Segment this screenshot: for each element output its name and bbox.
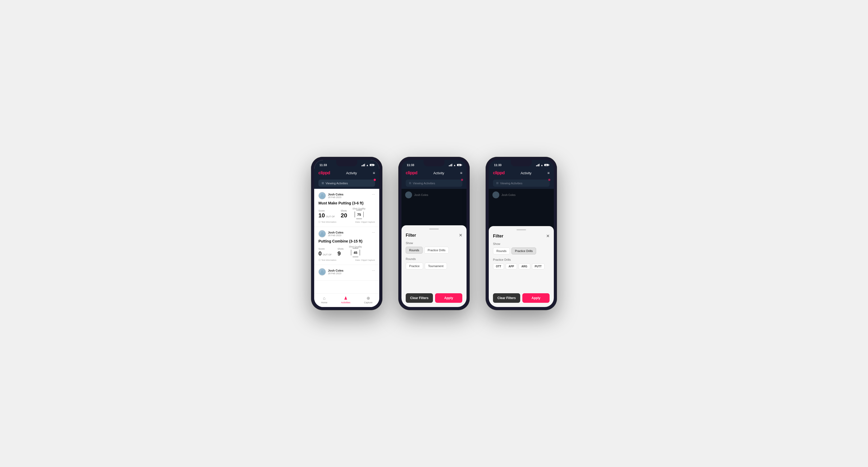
- more-dots-3[interactable]: ···: [372, 268, 375, 272]
- clear-filters-btn-3[interactable]: Clear Filters: [493, 293, 520, 303]
- home-label: Home: [321, 301, 328, 304]
- activity-content-1: Josh Coles 28 Feb 2023 ··· Must Make Put…: [314, 189, 379, 293]
- battery-icon-3: 31: [544, 164, 549, 166]
- activity-item-3: Josh Coles 28 Feb 2023 ···: [314, 265, 379, 281]
- time-2: 11:33: [407, 163, 414, 166]
- activity-title-2: Putting Combine (3-15 ft): [318, 239, 375, 243]
- apply-btn-3[interactable]: Apply: [522, 293, 550, 303]
- arg-btn-3[interactable]: ARG: [519, 263, 530, 270]
- practice-drills-btn-3[interactable]: Practice Drills: [512, 248, 536, 254]
- filter-sheet-2: Filter ✕ Show Rounds Practice Drills Rou…: [401, 225, 467, 307]
- user-date-1: 28 Feb 2023: [328, 196, 344, 198]
- viewing-bar-inner-3[interactable]: ⊞ Viewing Activities: [493, 180, 550, 187]
- wifi-icon-2: ▲: [453, 164, 456, 166]
- nav-title-1: Activity: [346, 171, 357, 175]
- activity-item-2: Josh Coles 28 Feb 2023 ··· Putting Combi…: [314, 227, 379, 265]
- ott-btn-3[interactable]: OTT: [493, 263, 504, 270]
- red-dot-3: [548, 179, 550, 181]
- user-name-1: Josh Coles: [328, 193, 344, 196]
- battery-icon-2: 31: [457, 164, 461, 166]
- wifi-icon-3: ▲: [540, 164, 543, 166]
- app-btn-3[interactable]: APP: [506, 263, 517, 270]
- clear-filters-btn-2[interactable]: Clear Filters: [406, 293, 433, 303]
- practice-drills-btn-2[interactable]: Practice Drills: [424, 247, 449, 254]
- activities-label: Activities: [341, 301, 350, 304]
- menu-icon-2[interactable]: ≡: [460, 171, 462, 175]
- show-label-3: Show: [493, 242, 550, 245]
- status-bar-1: 11:33 ▲ 31: [314, 160, 379, 168]
- apply-btn-2[interactable]: Apply: [435, 293, 462, 303]
- drills-buttons-3: OTT APP ARG PUTT: [493, 263, 550, 270]
- filter-show-section-2: Show Rounds Practice Drills: [406, 242, 462, 254]
- test-info-1: ⓘ Test Information: [318, 221, 336, 223]
- sq-label-2: Shot Quality: [349, 245, 362, 248]
- filter-practice-drills-section-3: Practice Drills OTT APP ARG PUTT: [493, 258, 550, 270]
- user-info-3: Josh Coles 28 Feb 2023: [318, 268, 344, 276]
- activity-title-1: Must Make Putting (3-6 ft): [318, 201, 375, 205]
- viewing-text-3: Viewing Activities: [500, 182, 522, 185]
- rounds-btn-3[interactable]: Rounds: [493, 248, 510, 254]
- nav-header-1: clippd Activity ≡: [314, 168, 379, 178]
- time-1: 11:33: [319, 163, 327, 166]
- nav-capture[interactable]: ⊕ Capture: [364, 295, 372, 304]
- show-buttons-3: Rounds Practice Drills: [493, 248, 550, 254]
- show-buttons-2: Rounds Practice Drills: [406, 247, 462, 254]
- filter-title-3: Filter: [493, 234, 503, 239]
- menu-icon-3[interactable]: ≡: [548, 171, 550, 175]
- filter-title-2: Filter: [406, 233, 416, 238]
- filter-close-3[interactable]: ✕: [546, 234, 550, 239]
- menu-icon-1[interactable]: ≡: [373, 171, 375, 175]
- score-value-1: 10: [318, 212, 325, 219]
- score-label-1: Score: [318, 210, 335, 212]
- activities-icon: ♟: [344, 295, 347, 301]
- avatar-1: [318, 192, 326, 199]
- nav-header-3: clippd Activity ≡: [489, 168, 554, 178]
- sq-label-1: Shot Quality: [352, 207, 366, 210]
- filter-sheet-3: Filter ✕ Show Rounds Practice Drills Pra…: [489, 226, 554, 307]
- nav-title-2: Activity: [433, 171, 444, 175]
- more-dots-1[interactable]: ···: [372, 192, 375, 196]
- logo-1: clippd: [318, 170, 330, 175]
- user-info-1: Josh Coles 28 Feb 2023: [318, 192, 344, 199]
- filter-rounds-section-2: Rounds Practice Tournament: [406, 257, 462, 270]
- nav-home[interactable]: ⌂ Home: [321, 296, 328, 304]
- filter-icon-3: ⊞: [496, 181, 499, 185]
- viewing-bar-inner-2[interactable]: ⊞ Viewing Activities: [406, 180, 462, 187]
- status-bar-2: 11:33 ▲ 31: [401, 160, 467, 168]
- phone-1: 11:33 ▲ 31 clippd Activity ≡: [311, 157, 382, 310]
- nav-activities[interactable]: ♟ Activities: [341, 295, 350, 304]
- out-of-1: OUT OF: [325, 215, 335, 218]
- filter-footer-3: Clear Filters Apply: [493, 293, 550, 303]
- viewing-bar-1: ⊞ Viewing Activities: [314, 178, 379, 189]
- practice-btn-2[interactable]: Practice: [406, 262, 423, 270]
- test-info-2: ⓘ Test Information: [318, 259, 336, 261]
- signal-icon: [362, 164, 365, 166]
- red-dot-1: [374, 179, 376, 181]
- capture-icon: ⊕: [367, 295, 370, 301]
- more-dots-2[interactable]: ···: [372, 230, 375, 234]
- viewing-text-2: Viewing Activities: [413, 182, 435, 185]
- shots-label-1: Shots: [341, 210, 347, 212]
- signal-icon-3: [536, 164, 539, 166]
- filter-icon-2: ⊞: [409, 181, 411, 185]
- sq-badge-1: 75: [355, 210, 364, 219]
- rounds-buttons-2: Practice Tournament: [406, 262, 462, 270]
- avatar-2: [318, 230, 326, 238]
- viewing-bar-2: ⊞ Viewing Activities: [401, 178, 467, 189]
- tournament-btn-2[interactable]: Tournament: [425, 262, 447, 270]
- phone-2: 11:33 ▲ 31 clippd Activity ≡: [398, 157, 470, 310]
- time-3: 11:33: [494, 163, 501, 166]
- nav-title-3: Activity: [521, 171, 531, 175]
- user-date-3: 28 Feb 2023: [328, 272, 344, 275]
- red-dot-2: [461, 179, 463, 181]
- rounds-btn-2[interactable]: Rounds: [406, 247, 423, 254]
- viewing-bar-inner-1[interactable]: ⊞ Viewing Activities: [318, 180, 375, 187]
- sq-badge-2: 45: [351, 248, 360, 257]
- status-icons-1: ▲ 31: [362, 164, 374, 166]
- user-date-2: 28 Feb 2023: [328, 234, 344, 237]
- show-label-2: Show: [406, 242, 462, 245]
- filter-close-2[interactable]: ✕: [459, 233, 462, 238]
- viewing-bar-3: ⊞ Viewing Activities: [489, 178, 554, 189]
- rounds-label-2: Rounds: [406, 257, 462, 260]
- putt-btn-3[interactable]: PUTT: [532, 263, 545, 270]
